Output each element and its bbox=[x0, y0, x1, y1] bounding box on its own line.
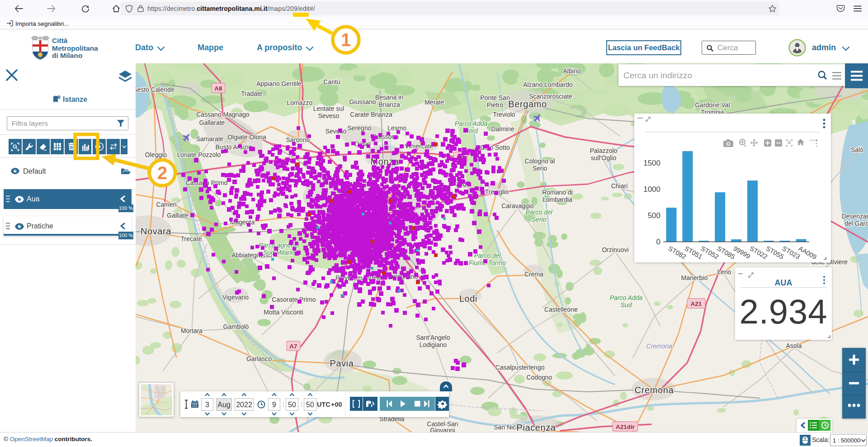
svg-text:Pietro: Pietro bbox=[487, 101, 504, 109]
svg-text:Crema: Crema bbox=[524, 271, 543, 278]
svg-text:Samarate: Samarate bbox=[196, 135, 224, 143]
svg-text:Parco del: Parco del bbox=[474, 252, 501, 259]
svg-text:Cremona: Cremona bbox=[646, 342, 672, 350]
svg-text:Palazzolo: Palazzolo bbox=[590, 147, 618, 154]
svg-text:Carate Brianza: Carate Brianza bbox=[350, 111, 392, 118]
svg-text:Serio: Serio bbox=[532, 216, 547, 223]
svg-text:Treviolo: Treviolo bbox=[493, 111, 515, 118]
svg-text:Garlasco: Garlasco bbox=[246, 355, 272, 362]
svg-text:Giussano: Giussano bbox=[349, 98, 376, 105]
svg-text:Seveso: Seveso bbox=[326, 128, 347, 135]
svg-text:Parco Adda: Parco Adda bbox=[455, 120, 488, 127]
svg-text:Leno: Leno bbox=[717, 268, 731, 276]
svg-text:Olgiate Olona: Olgiate Olona bbox=[227, 133, 266, 141]
svg-text:AA009: AA009 bbox=[797, 245, 818, 261]
svg-text:Gallarate: Gallarate bbox=[199, 119, 225, 126]
svg-text:Serio: Serio bbox=[533, 165, 547, 172]
svg-text:A7: A7 bbox=[289, 343, 297, 350]
svg-text:Cassano Magnago: Cassano Magnago bbox=[196, 111, 250, 118]
svg-text:Sud Milano: Sud Milano bbox=[263, 249, 295, 256]
svg-text:1000: 1000 bbox=[643, 185, 660, 194]
svg-text:Sant'Angelo: Sant'Angelo bbox=[416, 334, 450, 341]
svg-text:ST023: ST023 bbox=[781, 245, 802, 261]
svg-text:Codogno: Codogno bbox=[527, 374, 552, 381]
svg-text:Salò: Salò bbox=[851, 146, 863, 153]
svg-text:Sud: Sud bbox=[621, 301, 632, 309]
svg-text:Chiari: Chiari bbox=[611, 182, 628, 190]
svg-text:A21: A21 bbox=[691, 300, 702, 307]
svg-text:Pavia: Pavia bbox=[330, 358, 354, 368]
svg-text:Bergamo: Bergamo bbox=[508, 99, 547, 109]
svg-text:ST085: ST085 bbox=[716, 245, 736, 261]
svg-text:Lodigiano: Lodigiano bbox=[420, 341, 447, 348]
svg-text:Lodi: Lodi bbox=[459, 294, 477, 304]
svg-text:sull'Oglio: sull'Oglio bbox=[591, 154, 617, 162]
svg-text:Magenta: Magenta bbox=[230, 219, 255, 226]
svg-text:Galliate: Galliate bbox=[167, 212, 189, 219]
svg-text:Seregno: Seregno bbox=[348, 124, 372, 132]
svg-text:Busto Arsizio: Busto Arsizio bbox=[216, 143, 252, 151]
svg-text:Vigevano: Vigevano bbox=[222, 294, 249, 301]
svg-text:Asola: Asola bbox=[786, 342, 802, 349]
svg-text:Parco del: Parco del bbox=[525, 209, 552, 216]
svg-text:Parco Adda: Parco Adda bbox=[610, 294, 643, 301]
svg-text:Albino: Albino bbox=[563, 67, 581, 75]
svg-text:Piacenza: Piacenza bbox=[516, 423, 556, 432]
svg-text:Casorate Primo: Casorate Primo bbox=[272, 296, 316, 303]
svg-text:Fiume Tormo: Fiume Tormo bbox=[469, 259, 506, 266]
svg-text:Manerbio: Manerbio bbox=[681, 274, 708, 281]
svg-text:Lomazzo: Lomazzo bbox=[287, 99, 313, 106]
svg-text:Cameri: Cameri bbox=[156, 201, 176, 208]
svg-text:Tradate: Tradate bbox=[241, 90, 263, 97]
svg-text:Alzano Lombardo: Alzano Lombardo bbox=[523, 81, 573, 88]
svg-text:Giovanni: Giovanni bbox=[430, 427, 455, 432]
svg-text:Novara: Novara bbox=[141, 226, 171, 236]
svg-text:Merate: Merate bbox=[425, 99, 444, 106]
svg-text:A8: A8 bbox=[214, 85, 222, 92]
svg-text:Lonate Pozzolo: Lonate Pozzolo bbox=[177, 151, 221, 158]
svg-text:del Garda: del Garda bbox=[844, 220, 868, 227]
svg-text:Ponte San: Ponte San bbox=[480, 94, 509, 101]
svg-text:Besana in: Besana in bbox=[375, 94, 403, 101]
svg-text:Desenzano: Desenzano bbox=[842, 213, 868, 220]
svg-text:Lentate sul: Lentate sul bbox=[313, 105, 344, 112]
svg-text:Lombardia: Lombardia bbox=[542, 196, 572, 203]
svg-text:Dalmine: Dalmine bbox=[491, 125, 514, 133]
svg-text:ST055: ST055 bbox=[765, 245, 785, 261]
svg-text:A21dir: A21dir bbox=[616, 423, 635, 430]
svg-text:Cologno al: Cologno al bbox=[525, 157, 555, 165]
svg-text:ST022: ST022 bbox=[749, 245, 769, 261]
svg-text:Seveso: Seveso bbox=[318, 112, 340, 119]
svg-text:Castelleone: Castelleone bbox=[544, 306, 578, 313]
svg-text:Trecate: Trecate bbox=[181, 235, 202, 243]
svg-text:99999: 99999 bbox=[732, 245, 752, 260]
svg-text:Motta Visconti: Motta Visconti bbox=[264, 309, 303, 316]
svg-text:Oleggio: Oleggio bbox=[145, 151, 167, 158]
svg-text:500: 500 bbox=[648, 211, 660, 220]
svg-text:Cremona: Cremona bbox=[635, 385, 674, 395]
svg-text:Sesto Calende: Sesto Calende bbox=[136, 86, 175, 93]
svg-text:ST082: ST082 bbox=[667, 245, 688, 261]
svg-text:Orzinuovi: Orzinuovi bbox=[602, 246, 628, 253]
svg-text:Appiano Gentile: Appiano Gentile bbox=[256, 80, 302, 87]
svg-text:Casalpusterlengo: Casalpusterlengo bbox=[495, 364, 545, 371]
svg-text:1500: 1500 bbox=[643, 159, 660, 167]
svg-text:ST051: ST051 bbox=[684, 245, 704, 261]
svg-text:Saronno: Saronno bbox=[286, 136, 310, 143]
svg-text:Gambolò: Gambolò bbox=[223, 323, 249, 330]
svg-text:Brianza: Brianza bbox=[378, 101, 400, 108]
svg-text:0: 0 bbox=[656, 238, 660, 246]
svg-text:ST052: ST052 bbox=[700, 245, 720, 261]
svg-text:Cantù: Cantù bbox=[323, 78, 340, 86]
svg-text:Romano di: Romano di bbox=[542, 189, 573, 196]
svg-text:Mortara: Mortara bbox=[181, 327, 203, 334]
svg-text:Gardone Val: Gardone Val bbox=[695, 101, 730, 109]
